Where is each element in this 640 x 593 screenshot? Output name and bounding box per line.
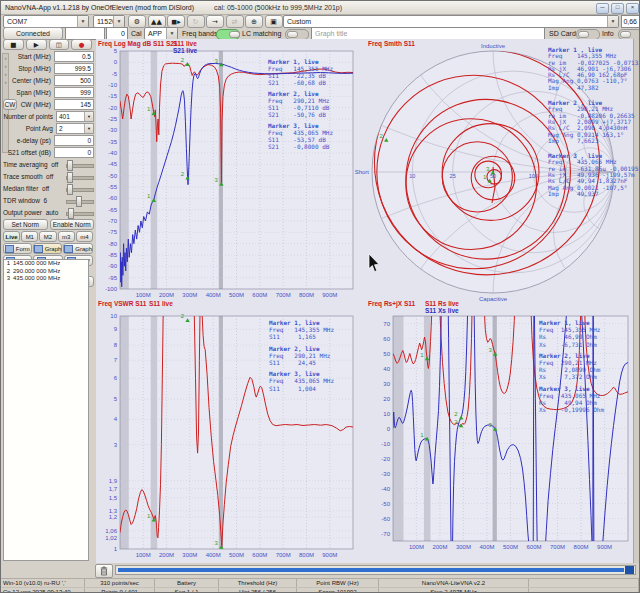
stop-icon[interactable]: ■: [3, 39, 24, 50]
sidebar-field-0: Start (MHz)0.5: [3, 51, 94, 62]
marker-line: Rs 2,0899 Ohm: [539, 366, 604, 373]
marker-line: S21 -0,8000 dB: [268, 143, 333, 150]
file-graph-2-button[interactable]: Graph: [63, 243, 93, 254]
record-icon[interactable]: ●: [71, 39, 92, 50]
status-cell: Threshold (Hz): [219, 579, 297, 587]
status-cell: NanoVNA-LiteVNA v2.2: [379, 579, 529, 587]
list-item[interactable]: 3435.000 000 MHz: [4, 275, 88, 283]
export-icon[interactable]: ◫: [49, 39, 70, 50]
field-input[interactable]: 0.5: [54, 51, 94, 62]
sidebar-slider-3: TDR window 6: [3, 195, 94, 206]
marker-line: Freq 145,355 MHz: [539, 326, 604, 333]
window-icon: [34, 245, 43, 253]
status-cell: [529, 579, 639, 587]
chevron-down-icon: ▼: [113, 16, 124, 27]
status-cell: Hist 256 / 256: [219, 588, 297, 593]
marker-line: Freq 290,21 MHz: [269, 352, 334, 359]
marker-line: S21 -60,68 dB: [268, 79, 333, 86]
titlebar: NanoVNA-App v1.1.218 by OneOfEleven (mod…: [1, 1, 640, 15]
field-input[interactable]: 0: [54, 147, 94, 158]
sidebar-field-1: Stop (MHz)999.5: [3, 63, 94, 74]
list-item[interactable]: 1145.000 000 MHz: [4, 260, 88, 268]
window-icon: [5, 245, 14, 253]
marker-line: S11 1,004: [269, 385, 334, 392]
mem-m2-button[interactable]: M2: [39, 231, 56, 242]
play-icon[interactable]: ▶: [26, 39, 47, 50]
field-label: Start (MHz): [3, 53, 54, 60]
marker-header: Marker 1, live: [269, 319, 334, 326]
field-label: Span (MHz): [3, 89, 54, 96]
field-input[interactable]: 145: [54, 99, 94, 110]
field-label: e-delay (ps): [3, 137, 54, 144]
field-input[interactable]: 0: [54, 135, 94, 146]
mem-m4-button[interactable]: m4: [76, 231, 93, 242]
marker-line: Freq 435,065 MHz: [539, 392, 604, 399]
window-title: NanoVNA-App v1.1.218 by OneOfEleven (mod…: [5, 4, 194, 11]
mem-m1-button[interactable]: M1: [21, 231, 38, 242]
sweep-progress-cap: [625, 566, 634, 574]
field-select[interactable]: 401▼: [56, 111, 94, 122]
freq-bands-label: Freq bands: [182, 30, 217, 37]
slider-label: Median filter off: [3, 185, 66, 192]
field-input[interactable]: 500: [54, 75, 94, 86]
field-label: Stop (MHz): [3, 65, 54, 72]
slider-1[interactable]: [66, 172, 94, 181]
marker-line: S11 -22,35 dB: [268, 72, 333, 79]
sidebar-field-2: Center (MHz)500: [3, 75, 94, 86]
enable-norm-button[interactable]: Enable Norm: [50, 219, 95, 230]
marker-line: Freq 435,065 MHz: [269, 377, 334, 384]
chevron-down-icon: ▼: [607, 16, 618, 27]
field-select[interactable]: 2▼: [56, 123, 94, 134]
set-norm-button[interactable]: Set Norm: [3, 219, 48, 230]
marker-line: Freq 435,065 MHz: [268, 129, 333, 136]
logmag-marker-box: Marker 1, liveFreq 145,355 MHzS11 -22,35…: [268, 58, 333, 154]
mem-m3-button[interactable]: m3: [58, 231, 75, 242]
field-input[interactable]: 999.5: [54, 63, 94, 74]
slider-2[interactable]: [66, 184, 94, 193]
file-graph-1-button[interactable]: Graph: [33, 243, 63, 254]
marker-line: Freq 290,21 MHz: [539, 359, 604, 366]
mem-live-button[interactable]: Live: [3, 231, 20, 242]
slider-0[interactable]: [66, 160, 94, 169]
status-cell: Battery: [155, 579, 219, 587]
marker-line: Freq 145,355 MHz: [269, 326, 334, 333]
field-label: S21 offset (dB): [3, 149, 54, 156]
chevron-down-icon: ▼: [84, 124, 93, 133]
logmag-legend: S11 live: [173, 40, 197, 47]
status-bar: Win-10 (v10.0) ru-RU ','310 points/secBa…: [1, 578, 640, 593]
minimize-button[interactable]: ─: [596, 3, 609, 14]
toolbar-row1: COM7▼ 115200▼ ⚙▲▲◼▸↻→⇄⊕▣ Custom▼ 0,66: [1, 14, 640, 27]
field-label: Center (MHz): [3, 77, 54, 84]
status-cell: Seq 1 / 1: [155, 588, 219, 593]
marker-header: Marker 1, live: [268, 58, 333, 65]
slider-4[interactable]: [66, 208, 94, 217]
marker-line: Freq 145,355 MHz: [268, 65, 333, 72]
frequency-marker-list[interactable]: 1145.000 000 MHz2290.000 000 MHz3435.000…: [3, 259, 89, 561]
status-row-1: Win-10 (v10.0) ru-RU ','310 points/secBa…: [1, 579, 640, 588]
marker-header: Marker 3, live: [539, 385, 604, 392]
vswr-title: Freq VSWR S11: [98, 300, 146, 307]
sidebar-field-3: Span (MHz)999: [3, 87, 94, 98]
cw-button[interactable]: CW: [3, 99, 17, 110]
smith-marker-box: Marker 1 , liveFreq 145,355 MHzre im -0,…: [548, 47, 640, 206]
close-button[interactable]: ×: [626, 3, 639, 14]
marker-header: Marker 2, live: [269, 345, 334, 352]
field-input[interactable]: 999: [54, 87, 94, 98]
list-item[interactable]: 2290.000 000 MHz: [4, 268, 88, 276]
marker-line: Imp 7,6623: [548, 138, 640, 144]
sidebar-field-6: Point Avg2▼: [3, 123, 94, 134]
file-buttons-1: FormGraphGraph: [3, 243, 94, 254]
field-label: CW (MHz): [18, 101, 54, 108]
status-cell: 310 points/sec: [85, 579, 155, 587]
status-cell: Win-10 (v10.0) ru-RU ',': [1, 579, 85, 587]
clear-log-button[interactable]: [95, 564, 113, 578]
marker-header: Marker 1, live: [539, 319, 604, 326]
sd-card-label: SD Card: [549, 30, 576, 37]
marker-line: Rs 46,90 Ohm: [539, 333, 604, 340]
info-label: Info: [602, 30, 614, 37]
maximize-button[interactable]: □: [611, 3, 624, 14]
sidebar: ■▶◫●Start (MHz)0.5Stop (MHz)999.5Center …: [1, 39, 96, 563]
slider-3[interactable]: [66, 196, 94, 205]
file-form-0-button[interactable]: Form: [3, 243, 32, 254]
lc-matching-label: LC matching: [242, 30, 281, 37]
